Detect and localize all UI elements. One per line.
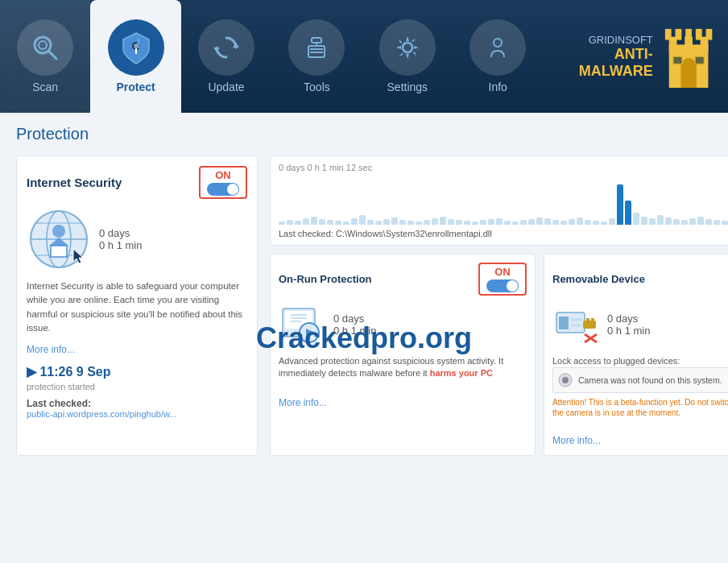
chart-bar-32 — [536, 217, 543, 225]
chart-bar-35 — [560, 221, 567, 225]
on-run-toggle-thumb — [507, 280, 518, 292]
svg-point-30 — [682, 58, 695, 71]
chart-bar-13 — [383, 219, 390, 225]
chart-bar-20 — [440, 217, 446, 225]
svg-point-40 — [52, 225, 65, 238]
tools-label: Tools — [304, 81, 330, 93]
on-run-toggle-track — [486, 279, 519, 292]
svg-rect-57 — [591, 318, 594, 321]
toggle-track — [207, 183, 239, 196]
chart-bar-28 — [504, 221, 511, 225]
protection-grid: Internet Security ON — [16, 155, 712, 456]
svg-marker-10 — [233, 43, 239, 48]
chart-last-checked-file: Last checked: C:\Windows\System32\enroll… — [279, 229, 492, 238]
nav-update[interactable]: Update — [181, 0, 271, 113]
nav-settings[interactable]: Settings — [362, 0, 453, 113]
on-run-time: 0 days 0 h 1 min — [333, 313, 376, 337]
protection-time-value: ▶ 11:26 9 Sep — [27, 364, 111, 379]
internet-security-title: Internet Security — [27, 176, 122, 189]
svg-point-2 — [39, 41, 47, 49]
chart-bar-26 — [488, 219, 494, 225]
protection-started-label: protection started — [27, 382, 247, 391]
nav-info[interactable]: Info — [453, 0, 543, 113]
removable-time: 0 days 0 h 1 min — [607, 313, 650, 337]
chart-bar-15 — [399, 220, 406, 225]
on-run-more-info[interactable]: More info... — [279, 397, 327, 408]
chart-bar-7 — [335, 221, 341, 225]
chart-bar-5 — [319, 219, 325, 225]
on-run-toggle[interactable]: ON — [478, 263, 527, 296]
svg-rect-26 — [685, 29, 692, 40]
internet-security-icon — [27, 207, 91, 271]
removable-more-info[interactable]: More info... — [552, 435, 601, 446]
chart-bar-30 — [520, 220, 527, 225]
svg-rect-56 — [586, 318, 589, 321]
chart-bar-41 — [609, 218, 615, 225]
main-content: Crackedpro.org Protection Internet Secur… — [0, 113, 728, 563]
chart-bar-19 — [432, 218, 438, 225]
right-panel: 0 days 0 h 1 min 12 sec Last checked: C:… — [270, 155, 728, 456]
svg-rect-34 — [696, 57, 704, 64]
svg-rect-25 — [675, 29, 681, 40]
removable-lock-label: Lock access to plugged devices: — [552, 355, 728, 367]
scan-label: Scan — [32, 81, 58, 93]
top-navigation: Scan Protect Updat — [0, 0, 728, 113]
castle-icon — [661, 20, 716, 93]
svg-point-18 — [403, 43, 412, 52]
chart-bar-11 — [367, 220, 374, 225]
nav-protect[interactable]: Protect — [90, 0, 180, 113]
chart-bar-3 — [303, 218, 309, 225]
svg-rect-54 — [571, 324, 582, 327]
removable-icon-row: 0 days 0 h 1 min — [552, 300, 728, 349]
svg-rect-52 — [559, 317, 569, 329]
svg-rect-24 — [665, 29, 672, 40]
toggle-on-label: ON — [215, 169, 231, 181]
chart-bar-49 — [673, 219, 680, 225]
card-icon-row: 0 days 0 h 1 min — [27, 207, 247, 271]
on-run-desc: Advanced protection against suspicious s… — [279, 355, 527, 380]
brand-name: ANTI-MALWARE — [543, 46, 652, 80]
svg-marker-11 — [213, 48, 220, 52]
info-label: Info — [489, 81, 507, 93]
chart-bar-50 — [681, 220, 688, 225]
svg-rect-41 — [51, 246, 67, 257]
nav-scan[interactable]: Scan — [0, 0, 90, 113]
chart-bar-24 — [472, 221, 478, 225]
on-run-title: On-Run Protection — [279, 273, 372, 285]
protection-time: ▶ 11:26 9 Sep — [27, 364, 247, 379]
removable-days: 0 days — [607, 313, 650, 325]
settings-icon — [379, 19, 436, 76]
chart-bar-18 — [424, 220, 430, 225]
chart-bar-1 — [287, 220, 293, 225]
on-run-icon — [279, 300, 327, 349]
protect-icon — [108, 19, 164, 76]
chart-bar-6 — [327, 220, 333, 225]
camera-notice-text: Camera was not found on this system. — [578, 375, 722, 385]
chart-bar-53 — [705, 219, 712, 225]
chart-bar-46 — [649, 218, 656, 225]
chart-bar-36 — [569, 219, 575, 225]
time-display: 0 h 1 min — [99, 239, 142, 251]
camera-notice: Camera was not found on this system. — [552, 367, 728, 393]
chart-bar-51 — [689, 218, 696, 225]
internet-security-toggle[interactable]: ON — [199, 166, 247, 199]
internet-security-time: 0 days 0 h 1 min — [99, 227, 142, 251]
settings-label: Settings — [387, 81, 428, 93]
chart-bar-44 — [633, 213, 639, 225]
chart-bar-17 — [416, 221, 422, 225]
on-run-toggle-label: ON — [494, 266, 511, 278]
nav-tools[interactable]: Tools — [271, 0, 362, 113]
toggle-thumb — [227, 184, 238, 195]
svg-rect-53 — [571, 318, 582, 321]
removable-header: Removable Device ON — [552, 263, 728, 296]
chart-bar-23 — [464, 221, 470, 225]
svg-rect-12 — [312, 38, 321, 43]
chart-bar-9 — [351, 218, 358, 225]
internet-security-desc: Internet Security is able to safeguard y… — [27, 279, 247, 335]
last-checked-label: Last checked: — [27, 398, 247, 409]
on-run-time-val: 0 h 1 min — [333, 325, 376, 337]
chart-bar-2 — [295, 221, 301, 225]
update-icon — [198, 19, 254, 76]
internet-security-more-info[interactable]: More info... — [27, 344, 75, 355]
chart-bar-39 — [593, 221, 599, 225]
